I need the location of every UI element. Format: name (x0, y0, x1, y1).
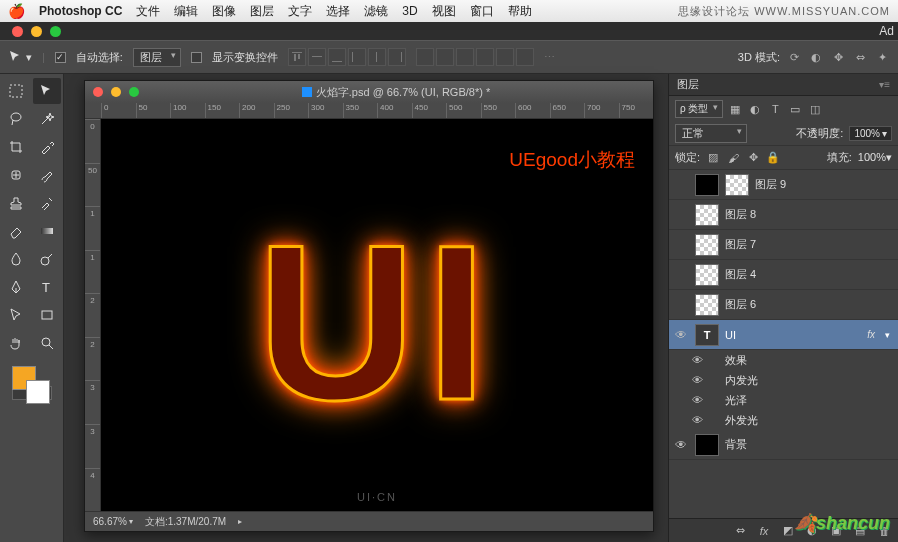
move-tool-icon[interactable] (33, 78, 62, 104)
align-hcenter-icon[interactable] (368, 48, 386, 66)
gradient-tool-icon[interactable] (33, 218, 62, 244)
ruler-vertical[interactable]: 0 50 1 1 2 2 3 3 4 (85, 119, 101, 511)
rectangle-tool-icon[interactable] (33, 302, 62, 328)
visibility-icon[interactable]: 👁 (689, 374, 705, 386)
fill-field[interactable]: 100%▾ (858, 151, 892, 164)
background-swatch[interactable] (26, 380, 50, 404)
filter-shape-icon[interactable]: ▭ (787, 101, 803, 117)
marquee-tool-icon[interactable] (2, 78, 31, 104)
auto-select-checkbox[interactable]: ✓ (55, 52, 66, 63)
layer-row[interactable]: 图层 4 (669, 260, 898, 290)
layer-name[interactable]: UI (725, 329, 736, 341)
menu-filter[interactable]: 滤镜 (364, 3, 388, 20)
menu-view[interactable]: 视图 (432, 3, 456, 20)
stamp-tool-icon[interactable] (2, 190, 31, 216)
layer-thumb[interactable] (695, 174, 719, 196)
align-right-icon[interactable] (388, 48, 406, 66)
type-tool-icon[interactable]: T (33, 274, 62, 300)
color-swatches[interactable] (2, 362, 61, 406)
layer-row[interactable]: 👁背景 (669, 430, 898, 460)
brush-tool-icon[interactable] (33, 162, 62, 188)
roll-icon[interactable]: ◐ (808, 49, 824, 65)
filter-pixel-icon[interactable]: ▦ (727, 101, 743, 117)
layer-name[interactable]: 图层 6 (725, 297, 756, 312)
ruler-horizontal[interactable]: 0 50 100 150 200 250 300 350 400 450 500… (85, 103, 653, 119)
zoom-tool-icon[interactable] (33, 330, 62, 356)
opacity-field[interactable]: 100%▾ (849, 126, 892, 141)
distribute-4-icon[interactable] (476, 48, 494, 66)
layer-name[interactable]: 背景 (725, 437, 747, 452)
layer-name[interactable]: 图层 7 (725, 237, 756, 252)
menu-layer[interactable]: 图层 (250, 3, 274, 20)
close-icon[interactable] (12, 26, 23, 37)
doc-zoom-icon[interactable] (129, 87, 139, 97)
visibility-icon[interactable]: 👁 (673, 328, 689, 342)
fx-header[interactable]: 👁效果 (669, 350, 898, 370)
lasso-tool-icon[interactable] (2, 106, 31, 132)
slide-icon[interactable]: ⇔ (852, 49, 868, 65)
menubar-app[interactable]: Photoshop CC (39, 4, 122, 18)
doc-minimize-icon[interactable] (111, 87, 121, 97)
layer-name[interactable]: 图层 4 (725, 267, 756, 282)
align-vcenter-icon[interactable] (308, 48, 326, 66)
menu-edit[interactable]: 编辑 (174, 3, 198, 20)
eyedropper-tool-icon[interactable] (33, 134, 62, 160)
layer-name[interactable]: 图层 8 (725, 207, 756, 222)
dodge-tool-icon[interactable] (33, 246, 62, 272)
layers-tab[interactable]: 图层 ▾≡ (669, 74, 898, 96)
visibility-icon[interactable]: 👁 (689, 414, 705, 426)
distribute-1-icon[interactable] (416, 48, 434, 66)
layer-row[interactable]: 图层 9 (669, 170, 898, 200)
visibility-icon[interactable]: 👁 (689, 354, 705, 366)
magic-wand-tool-icon[interactable] (33, 106, 62, 132)
menu-3d[interactable]: 3D (402, 4, 417, 18)
align-bottom-icon[interactable] (328, 48, 346, 66)
filter-smart-icon[interactable]: ◫ (807, 101, 823, 117)
fx-badge[interactable]: fx (867, 329, 879, 340)
show-transform-checkbox[interactable] (191, 52, 202, 63)
filter-adjust-icon[interactable]: ◐ (747, 101, 763, 117)
distribute-5-icon[interactable] (496, 48, 514, 66)
menu-window[interactable]: 窗口 (470, 3, 494, 20)
minimize-icon[interactable] (31, 26, 42, 37)
distribute-3-icon[interactable] (456, 48, 474, 66)
doc-close-icon[interactable] (93, 87, 103, 97)
align-left-icon[interactable] (348, 48, 366, 66)
pan-icon[interactable]: ✥ (830, 49, 846, 65)
fx-satin[interactable]: 👁光泽 (669, 390, 898, 410)
menu-file[interactable]: 文件 (136, 3, 160, 20)
menu-type[interactable]: 文字 (288, 3, 312, 20)
menu-select[interactable]: 选择 (326, 3, 350, 20)
fx-toggle-icon[interactable]: ▾ (885, 330, 894, 340)
eraser-tool-icon[interactable] (2, 218, 31, 244)
visibility-icon[interactable]: 👁 (673, 438, 689, 452)
pen-tool-icon[interactable] (2, 274, 31, 300)
lock-pixels-icon[interactable]: 🖌 (726, 151, 740, 165)
lock-transparency-icon[interactable]: ▨ (706, 151, 720, 165)
scale-icon[interactable]: ✦ (874, 49, 890, 65)
distribute-2-icon[interactable] (436, 48, 454, 66)
panel-menu-icon[interactable]: ▾≡ (879, 79, 890, 90)
path-select-tool-icon[interactable] (2, 302, 31, 328)
align-top-icon[interactable] (288, 48, 306, 66)
crop-tool-icon[interactable] (2, 134, 31, 160)
filter-type-icon[interactable]: T (767, 101, 783, 117)
layer-thumb[interactable] (695, 204, 719, 226)
history-brush-tool-icon[interactable] (33, 190, 62, 216)
blur-tool-icon[interactable] (2, 246, 31, 272)
layer-thumb[interactable] (695, 294, 719, 316)
zoom-value[interactable]: 66.67% (93, 516, 127, 527)
layer-thumb[interactable] (695, 234, 719, 256)
layer-thumb[interactable] (695, 264, 719, 286)
document-titlebar[interactable]: 火焰字.psd @ 66.7% (UI, RGB/8*) * (85, 81, 653, 103)
orbit-icon[interactable]: ⟳ (786, 49, 802, 65)
hand-tool-icon[interactable] (2, 330, 31, 356)
zoom-dropdown-icon[interactable]: ▾ (129, 517, 133, 526)
layer-fx-icon[interactable]: fx (756, 523, 772, 539)
healing-tool-icon[interactable] (2, 162, 31, 188)
fx-outer-glow[interactable]: 👁外发光 (669, 410, 898, 430)
doc-size[interactable]: 文档:1.37M/20.7M (145, 515, 226, 529)
more-icon[interactable]: ⋯ (544, 51, 557, 64)
lock-all-icon[interactable]: 🔒 (766, 151, 780, 165)
status-dropdown-icon[interactable]: ▸ (238, 517, 242, 526)
